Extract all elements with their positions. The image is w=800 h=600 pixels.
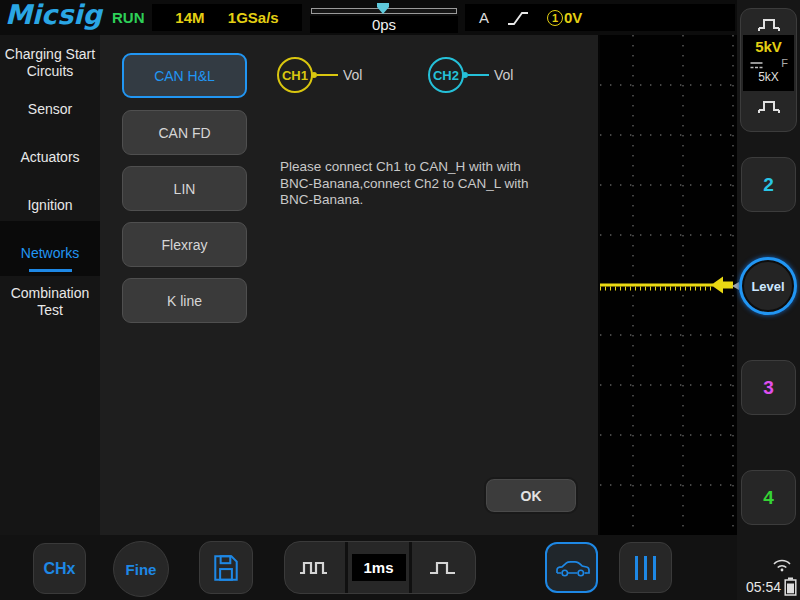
fine-adjust-button[interactable]: Fine [113, 541, 169, 597]
channel-2-button[interactable]: 2 [741, 157, 796, 212]
sidebar-item-label: Sensor [28, 101, 72, 118]
menu-button-can-fd[interactable]: CAN FD [122, 110, 247, 155]
sidebar-item-label: Charging Start Circuits [4, 46, 96, 80]
scale-down-icon[interactable] [755, 96, 783, 115]
waveform-display[interactable] [600, 35, 737, 535]
sidebar-item-label: Actuators [20, 149, 79, 166]
ch2-connector-line [468, 74, 489, 76]
bar-icon [644, 556, 647, 580]
timebase-control-group: 1ms [284, 541, 476, 594]
right-control-bar: 5kV F 5kX 2 Level 3 4 [737, 0, 800, 600]
chx-button[interactable]: CHx [33, 543, 86, 594]
dc-coupling-icon [749, 60, 764, 70]
sidebar-item-actuators[interactable]: Actuators [0, 149, 100, 166]
sidebar-selected-underline [29, 269, 72, 272]
sidebar-item-combination-test[interactable]: Combination Test [0, 285, 100, 319]
timebase-zoom-in-button[interactable] [412, 542, 475, 593]
bar-icon [653, 556, 656, 580]
save-icon [211, 553, 241, 583]
trigger-status-bar[interactable]: A 1 0V [465, 4, 735, 31]
automotive-test-menu: Charging Start Circuits Sensor Actuators… [0, 35, 598, 535]
trigger-channel-badge-icon: 1 [547, 10, 563, 26]
instruction-line: BNC-Banana,connect Ch2 to CAN_L with [280, 176, 529, 193]
menu-button-flexray[interactable]: Flexray [122, 222, 247, 267]
ch1-connector-line [317, 74, 338, 76]
sample-rate: 1GSa/s [228, 9, 279, 26]
timebase-readout[interactable]: 1ms [348, 542, 411, 593]
rising-edge-icon [506, 9, 530, 27]
menu-sidebar: Charging Start Circuits Sensor Actuators… [0, 35, 100, 535]
channel-4-button[interactable]: 4 [741, 470, 796, 525]
ch1-assignment: CH1 Vol [277, 57, 362, 93]
acquisition-info[interactable]: 14M 1GSa/s [152, 4, 302, 31]
brand-logo: Micsig [5, 0, 102, 30]
menu-button-lin[interactable]: LIN [122, 166, 247, 211]
ch2-badge[interactable]: CH2 [428, 57, 464, 93]
instruction-line: Please connect Ch1 to CAN_H with with [280, 159, 529, 176]
trigger-source: A [479, 9, 489, 26]
ch1-level-arrow-icon[interactable] [711, 277, 733, 294]
menu-bars-button[interactable] [619, 542, 672, 593]
bottom-toolbar: CHx Fine 1ms [0, 535, 737, 600]
car-icon [554, 556, 590, 580]
memory-depth: 14M [175, 9, 204, 26]
channel-3-button[interactable]: 3 [741, 360, 796, 415]
filter-flag: F [781, 57, 788, 69]
timebase-zoom-out-button[interactable] [285, 542, 348, 593]
wifi-icon [771, 556, 793, 572]
ch1-signal-label: Vol [343, 67, 362, 83]
scale-value: 5kV [743, 35, 794, 55]
trigger-level-value: 0V [564, 9, 582, 26]
menu-button-k-line[interactable]: K line [122, 278, 247, 323]
sidebar-item-label: Networks [21, 245, 79, 262]
pulse-train-icon [296, 557, 334, 579]
sidebar-item-ignition[interactable]: Ignition [0, 197, 100, 214]
scale-readout: 5kV F 5kX [743, 35, 794, 91]
instruction-line: BNC-Banana. [280, 192, 529, 209]
trigger-position-marker-icon[interactable] [376, 2, 390, 15]
vertical-scale-control[interactable]: 5kV F 5kX [740, 8, 797, 132]
sidebar-item-networks[interactable]: Networks [0, 245, 100, 262]
timebase-value: 1ms [352, 554, 406, 581]
level-knob[interactable]: Level [739, 257, 797, 315]
save-button[interactable] [199, 541, 253, 594]
graticule [600, 35, 737, 535]
sidebar-item-label: Combination Test [4, 285, 96, 319]
probe-attenuation: 5kX [743, 70, 794, 84]
oscilloscope-screen: Micsig RUN 14M 1GSa/s 0ps A 1 0V [0, 0, 800, 600]
sidebar-item-sensor[interactable]: Sensor [0, 101, 100, 118]
level-marker-icon [732, 282, 739, 290]
ch1-badge[interactable]: CH1 [277, 57, 313, 93]
horizontal-position-slider[interactable] [310, 2, 458, 16]
scale-up-icon[interactable] [755, 14, 783, 33]
ch2-assignment: CH2 Vol [428, 57, 513, 93]
horizontal-position-value[interactable]: 0ps [310, 16, 458, 33]
menu-button-can-hl[interactable]: CAN H&L [122, 53, 247, 98]
ch2-signal-label: Vol [494, 67, 513, 83]
bar-icon [635, 556, 638, 580]
clock: 05:54 [746, 579, 781, 595]
run-status[interactable]: RUN [112, 9, 145, 26]
single-pulse-icon [426, 557, 460, 579]
top-bar: Micsig RUN 14M 1GSa/s 0ps A 1 0V [0, 0, 737, 35]
connection-instructions: Please connect Ch1 to CAN_H with with BN… [280, 159, 529, 209]
automotive-mode-button[interactable] [545, 542, 598, 593]
sidebar-item-charging-start-circuits[interactable]: Charging Start Circuits [0, 46, 100, 80]
battery-icon [784, 577, 797, 596]
sidebar-item-label: Ignition [27, 197, 72, 214]
ok-button[interactable]: OK [484, 477, 578, 514]
